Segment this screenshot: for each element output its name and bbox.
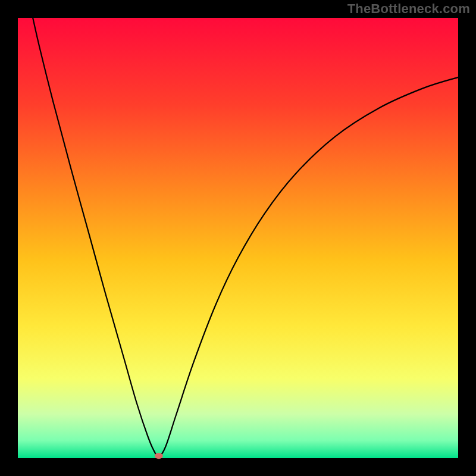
chart-background bbox=[18, 18, 458, 458]
chart-frame: { "watermark": "TheBottleneck.com", "cha… bbox=[0, 0, 476, 476]
watermark-label: TheBottleneck.com bbox=[347, 1, 470, 17]
bottleneck-chart bbox=[0, 0, 476, 476]
target-marker bbox=[155, 453, 163, 459]
